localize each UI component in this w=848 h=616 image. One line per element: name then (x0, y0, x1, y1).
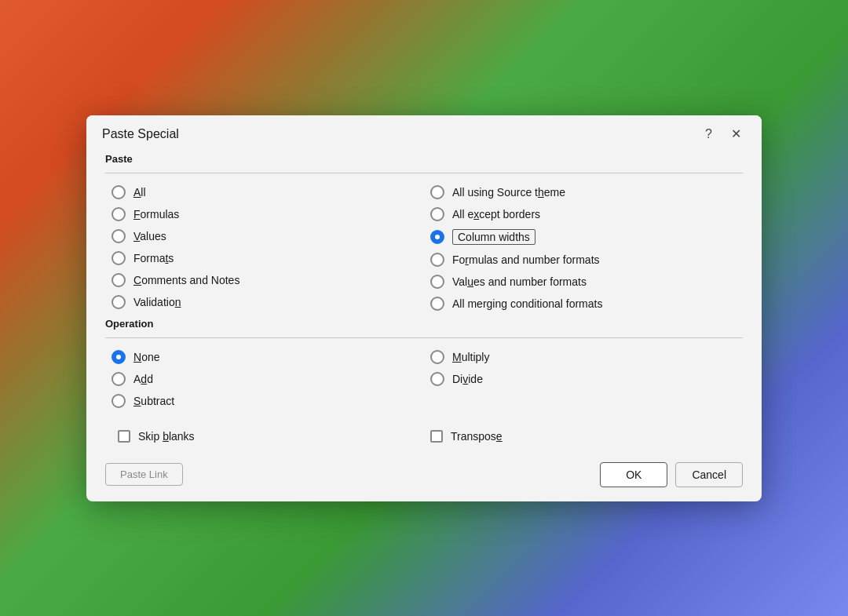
op-multiply-label: Multiply (452, 351, 489, 363)
paste-all-radio[interactable] (111, 185, 126, 199)
transpose-label: Transpose (451, 430, 503, 443)
paste-comments-radio[interactable] (111, 273, 126, 287)
paste-options-left: All Formulas Values Formats (105, 181, 424, 315)
paste-all-merging-option[interactable]: All merging conditional formats (424, 293, 743, 315)
paste-all-option[interactable]: All (105, 181, 424, 203)
transpose-option[interactable]: Transpose (424, 426, 737, 447)
operation-section: Operation None Add Subtract (105, 318, 743, 412)
paste-all-source-option[interactable]: All using Source theme (424, 181, 743, 203)
op-divide-radio[interactable] (430, 372, 444, 386)
paste-special-dialog: Paste Special ? ✕ Paste All Formulas (86, 115, 762, 501)
operation-options-right: Multiply Divide (424, 346, 743, 412)
paste-all-source-label: All using Source theme (452, 186, 565, 199)
op-subtract-radio[interactable] (111, 394, 126, 408)
paste-validation-option[interactable]: Validation (105, 291, 424, 313)
operation-options-left: None Add Subtract (105, 346, 424, 412)
op-none-option[interactable]: None (105, 346, 424, 368)
dialog-title: Paste Special (102, 127, 179, 141)
paste-formulas-label: Formulas (133, 208, 179, 221)
paste-formulas-radio[interactable] (111, 207, 126, 221)
paste-all-except-label: All except borders (452, 208, 540, 221)
paste-comments-label: Comments and Notes (133, 274, 239, 286)
dialog-footer: Paste Link OK Cancel (86, 453, 762, 501)
paste-link-button[interactable]: Paste Link (105, 463, 183, 486)
op-add-label: Add (133, 373, 153, 385)
paste-validation-label: Validation (133, 296, 181, 308)
paste-section-label: Paste (105, 153, 743, 165)
op-none-label: None (133, 351, 159, 363)
extra-options: Skip blanks Transpose (105, 415, 743, 453)
paste-column-widths-option[interactable]: Column widths (424, 225, 743, 249)
paste-all-source-radio[interactable] (430, 185, 444, 199)
op-multiply-radio[interactable] (430, 350, 444, 364)
paste-column-widths-radio[interactable] (430, 230, 444, 244)
operation-section-label: Operation (105, 318, 743, 330)
paste-formats-radio[interactable] (111, 251, 126, 265)
operation-options-grid: None Add Subtract Multiply (105, 346, 743, 412)
paste-validation-radio[interactable] (111, 295, 126, 309)
cancel-button[interactable]: Cancel (675, 462, 743, 487)
help-button[interactable]: ? (700, 126, 717, 142)
paste-values-number-radio[interactable] (430, 275, 444, 289)
paste-values-number-label: Values and number formats (452, 275, 587, 288)
paste-values-radio[interactable] (111, 229, 126, 243)
transpose-checkbox[interactable] (430, 430, 443, 443)
op-multiply-option[interactable]: Multiply (424, 346, 743, 368)
footer-right: OK Cancel (600, 462, 743, 487)
title-bar: Paste Special ? ✕ (86, 115, 762, 150)
paste-values-label: Values (133, 230, 166, 242)
paste-all-except-option[interactable]: All except borders (424, 203, 743, 225)
paste-divider (105, 173, 743, 173)
op-subtract-option[interactable]: Subtract (105, 390, 424, 412)
op-add-option[interactable]: Add (105, 368, 424, 390)
paste-all-except-radio[interactable] (430, 207, 444, 221)
paste-all-merging-radio[interactable] (430, 297, 444, 311)
paste-options-grid: All Formulas Values Formats (105, 181, 743, 315)
op-divide-label: Divide (452, 373, 483, 385)
skip-blanks-checkbox[interactable] (118, 430, 130, 443)
paste-formats-label: Formats (133, 252, 174, 264)
title-actions: ? ✕ (700, 126, 746, 142)
paste-formulas-option[interactable]: Formulas (105, 203, 424, 225)
paste-column-widths-label: Column widths (452, 229, 535, 245)
skip-blanks-option[interactable]: Skip blanks (111, 426, 424, 447)
paste-all-merging-label: All merging conditional formats (452, 297, 602, 310)
dialog-body: Paste All Formulas Values (86, 153, 762, 453)
paste-values-option[interactable]: Values (105, 225, 424, 247)
paste-options-right: All using Source theme All except border… (424, 181, 743, 315)
paste-formats-option[interactable]: Formats (105, 247, 424, 269)
paste-all-label: All (133, 186, 146, 199)
paste-comments-option[interactable]: Comments and Notes (105, 269, 424, 291)
op-divide-option[interactable]: Divide (424, 368, 743, 390)
paste-formulas-number-label: Formulas and number formats (452, 253, 600, 266)
close-button[interactable]: ✕ (726, 126, 746, 142)
op-subtract-label: Subtract (133, 395, 174, 407)
paste-values-number-option[interactable]: Values and number formats (424, 271, 743, 293)
paste-formulas-number-radio[interactable] (430, 253, 444, 267)
op-add-radio[interactable] (111, 372, 126, 386)
ok-button[interactable]: OK (600, 462, 667, 487)
paste-formulas-number-option[interactable]: Formulas and number formats (424, 249, 743, 271)
operation-divider (105, 337, 743, 338)
paste-section: Paste All Formulas Values (105, 153, 743, 315)
skip-blanks-label: Skip blanks (138, 430, 195, 443)
op-none-radio[interactable] (111, 350, 126, 364)
